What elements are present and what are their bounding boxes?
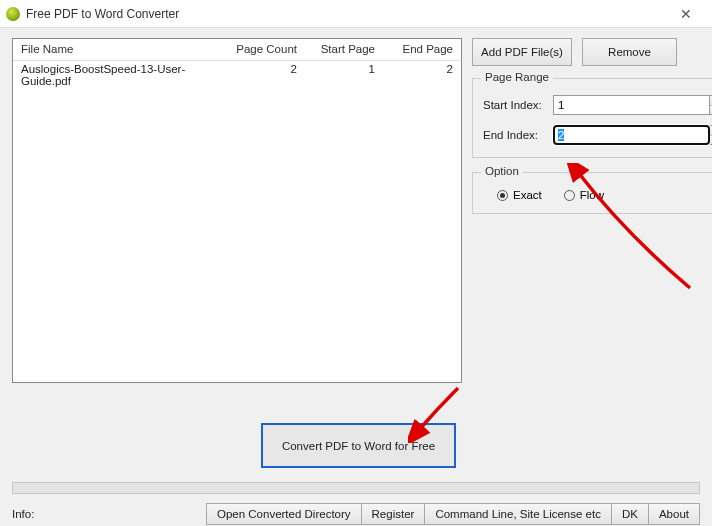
radio-exact-label: Exact [513,189,542,201]
start-index-label: Start Index: [483,99,553,111]
status-bar [12,482,700,494]
convert-button[interactable]: Convert PDF to Word for Free [261,423,456,468]
end-index-label: End Index: [483,129,553,141]
start-index-input[interactable] [553,95,710,115]
radio-exact[interactable]: Exact [497,189,542,201]
remove-button[interactable]: Remove [582,38,677,66]
about-button[interactable]: About [648,503,700,525]
col-startpage[interactable]: Start Page [305,39,383,60]
file-table[interactable]: File Name Page Count Start Page End Page… [12,38,462,383]
col-pagecount[interactable]: Page Count [227,39,305,60]
close-icon[interactable]: ✕ [666,6,706,22]
page-range-group: Page Range Start Index: ▲▼ End Index: ▲▼ [472,78,712,158]
buy-button[interactable]: DK [611,503,649,525]
col-endpage[interactable]: End Page [383,39,461,60]
info-label: Info: [12,508,34,520]
cell-end: 2 [383,61,461,81]
window-title: Free PDF to Word Converter [26,7,666,21]
option-group: Option Exact Flow [472,172,712,214]
page-range-legend: Page Range [481,71,553,83]
table-row[interactable]: Auslogics-BoostSpeed-13-User-Guide.pdf 2… [13,61,461,81]
add-pdf-button[interactable]: Add PDF File(s) [472,38,572,66]
option-legend: Option [481,165,523,177]
radio-flow[interactable]: Flow [564,189,604,201]
app-icon [6,7,20,21]
cell-filename: Auslogics-BoostSpeed-13-User-Guide.pdf [13,61,227,81]
radio-flow-label: Flow [580,189,604,201]
col-filename[interactable]: File Name [13,39,227,60]
command-line-button[interactable]: Command Line, Site License etc [424,503,612,525]
end-index-input[interactable] [553,125,710,145]
open-directory-button[interactable]: Open Converted Directory [206,503,362,525]
cell-start: 1 [305,61,383,81]
register-button[interactable]: Register [361,503,426,525]
cell-count: 2 [227,61,305,81]
